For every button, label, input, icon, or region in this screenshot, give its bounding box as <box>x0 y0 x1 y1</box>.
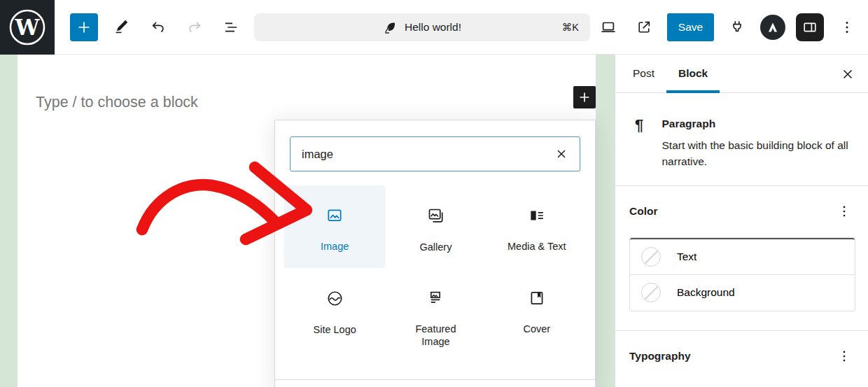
kebab-icon <box>839 19 855 36</box>
block-tile-cover[interactable]: Cover <box>486 268 587 351</box>
topbar-right-tools: Save <box>596 0 860 55</box>
block-tile-image[interactable]: Image <box>284 185 385 268</box>
block-card-text: Paragraph Start with the basic building … <box>662 118 851 170</box>
typography-section-title: Typography <box>629 350 691 363</box>
block-search-field <box>290 136 580 171</box>
text-color-label: Text <box>677 251 696 263</box>
editor-canvas: Type / to choose a block <box>0 55 615 387</box>
kebab-icon <box>836 349 852 364</box>
settings-sidebar-toggle-button[interactable] <box>796 13 824 41</box>
color-section-title: Color <box>629 205 657 218</box>
sidebar-tabs: Post Block <box>615 55 868 93</box>
close-icon <box>839 66 856 83</box>
view-site-button[interactable] <box>631 15 657 40</box>
document-bar[interactable]: Hello world! ⌘K <box>254 13 590 41</box>
featured-image-block-icon <box>426 289 444 307</box>
settings-sidebar: Post Block ¶ Paragraph Start with the ba… <box>615 55 868 387</box>
sidebar-toggle-icon <box>801 18 819 36</box>
block-card-description: Start with the basic building block of a… <box>662 137 851 170</box>
laptop-icon <box>599 18 617 36</box>
block-tile-label: Cover <box>523 323 550 335</box>
close-icon <box>554 146 569 162</box>
close-sidebar-button[interactable] <box>837 64 858 85</box>
redo-icon <box>186 19 203 36</box>
color-options-button[interactable] <box>834 202 854 221</box>
cover-block-icon <box>528 289 546 307</box>
document-title: Hello world! <box>405 21 461 34</box>
add-block-button[interactable] <box>573 86 596 108</box>
toggle-block-inserter-button[interactable] <box>70 13 98 41</box>
topbar-left-tools <box>70 0 244 55</box>
plugin-logo-button[interactable] <box>760 15 785 40</box>
typography-options-button[interactable] <box>834 346 854 366</box>
command-shortcut: ⌘K <box>562 22 579 33</box>
wordpress-block-editor: W <box>0 0 868 387</box>
block-tile-featured-image[interactable]: Featured Image <box>385 268 486 351</box>
external-link-icon <box>636 19 652 36</box>
editor-topbar: W <box>0 0 868 55</box>
tab-block[interactable]: Block <box>666 55 720 92</box>
redo-button[interactable] <box>182 15 207 40</box>
editor-workspace: Type / to choose a block <box>0 55 868 387</box>
popup-footer-divider <box>275 379 595 380</box>
block-tile-label: Site Logo <box>314 323 356 336</box>
paragraph-icon: ¶ <box>635 118 645 170</box>
wordpress-logo-icon: W <box>7 7 48 48</box>
save-button[interactable]: Save <box>667 13 714 41</box>
tools-button[interactable] <box>109 15 134 40</box>
color-section-header: Color <box>615 186 868 221</box>
block-tile-gallery[interactable]: Gallery <box>385 185 486 268</box>
pencil-icon <box>113 19 130 36</box>
kebab-icon <box>836 204 852 219</box>
plugins-button[interactable] <box>724 15 750 40</box>
block-card-title: Paragraph <box>662 118 851 130</box>
wordpress-admin-button[interactable]: W <box>0 0 55 55</box>
svg-text:W: W <box>15 15 41 40</box>
empty-block-placeholder[interactable]: Type / to choose a block <box>36 94 198 111</box>
image-block-icon <box>326 206 344 225</box>
block-search-input[interactable] <box>302 148 552 161</box>
block-tile-media-text[interactable]: Media & Text <box>486 185 587 268</box>
media-text-block-icon <box>528 206 546 225</box>
block-tile-label: Image <box>321 240 349 253</box>
clear-search-button[interactable] <box>552 144 571 164</box>
block-tile-label: Featured Image <box>405 323 466 348</box>
block-tile-site-logo[interactable]: Site Logo <box>284 268 385 351</box>
plus-icon <box>76 19 92 36</box>
options-menu-button[interactable] <box>834 15 860 40</box>
block-tile-label: Gallery <box>420 241 452 253</box>
plug-icon <box>729 19 746 36</box>
tab-post[interactable]: Post <box>621 55 666 92</box>
no-color-swatch <box>641 283 661 302</box>
document-overview-button[interactable] <box>218 15 244 40</box>
gallery-block-icon <box>426 206 445 225</box>
block-card: ¶ Paragraph Start with the basic buildin… <box>615 93 868 186</box>
site-logo-block-icon <box>326 289 344 308</box>
no-color-swatch <box>641 247 661 267</box>
plus-icon <box>577 90 592 105</box>
size-settings-button[interactable] <box>834 384 854 387</box>
block-inserter-popup: Image Gallery <box>274 120 596 387</box>
text-color-row[interactable]: Text <box>630 238 855 274</box>
view-button[interactable] <box>596 15 621 40</box>
block-tile-label: Media & Text <box>507 240 566 253</box>
color-settings-list: Text Background <box>629 237 855 311</box>
background-color-row[interactable]: Background <box>630 274 855 311</box>
a-logo-icon <box>765 20 780 35</box>
block-results-grid: Image Gallery <box>284 185 587 351</box>
typography-section-header: Typography <box>615 331 868 366</box>
undo-icon <box>150 19 167 36</box>
quill-icon <box>383 20 398 35</box>
list-view-icon <box>223 19 239 36</box>
undo-button[interactable] <box>146 15 171 40</box>
font-size-row: SIZE <box>615 366 868 387</box>
background-color-label: Background <box>677 286 735 299</box>
